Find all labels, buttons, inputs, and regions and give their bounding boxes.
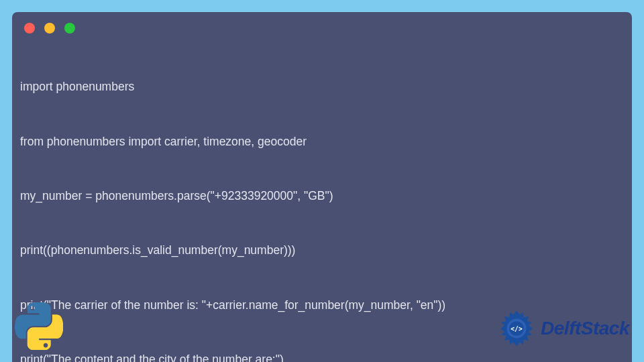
maximize-icon[interactable] bbox=[64, 23, 75, 34]
delftstack-badge-icon: </> bbox=[496, 308, 537, 349]
code-line: print((phonenumbers.is_valid_number(my_n… bbox=[20, 241, 624, 259]
close-icon[interactable] bbox=[24, 23, 35, 34]
code-line: from phonenumbers import carrier, timezo… bbox=[20, 133, 624, 151]
minimize-icon[interactable] bbox=[44, 23, 55, 34]
code-line: import phonenumbers bbox=[20, 78, 624, 96]
python-logo-icon bbox=[15, 302, 63, 350]
code-line: print("The content and the city of the n… bbox=[20, 351, 624, 362]
svg-text:</>: </> bbox=[511, 325, 523, 333]
window-titlebar bbox=[12, 12, 632, 40]
delftstack-text: DelftStack bbox=[541, 318, 629, 339]
delftstack-logo: </> DelftStack bbox=[496, 308, 629, 349]
code-line: my_number = phonenumbers.parse("+9233392… bbox=[20, 187, 624, 205]
